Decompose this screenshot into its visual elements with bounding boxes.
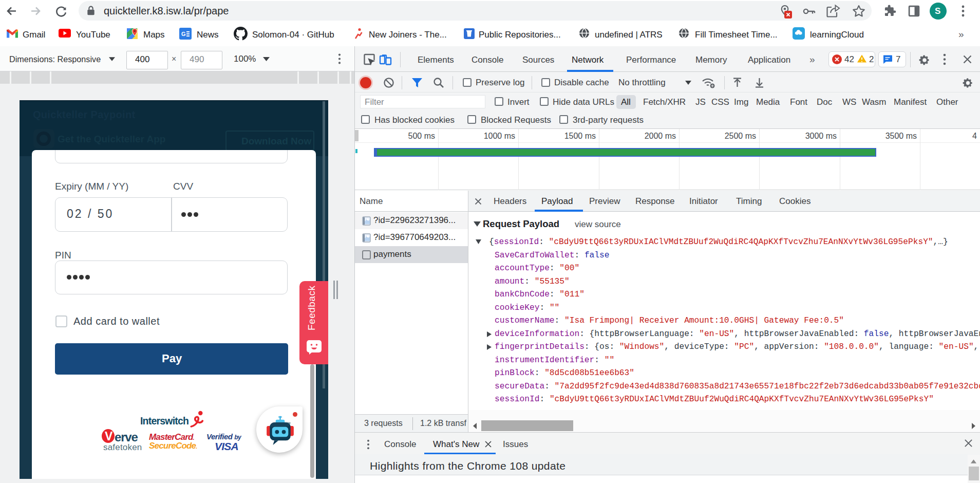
svg-text:G: G	[181, 31, 186, 37]
